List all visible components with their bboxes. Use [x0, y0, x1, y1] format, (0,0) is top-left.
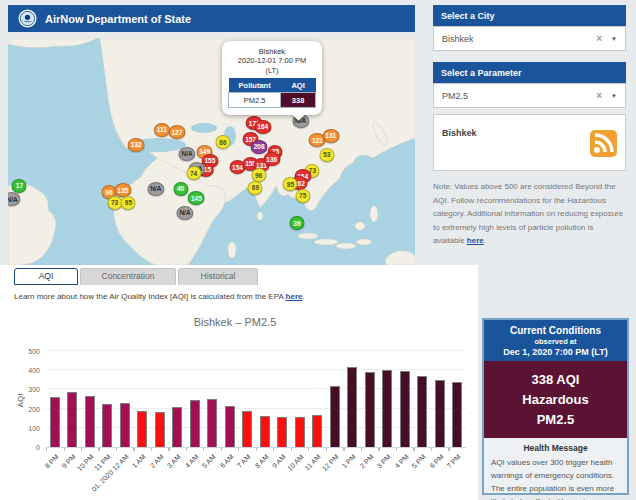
city-feed-box: Bishkek	[433, 114, 626, 171]
chart-bar[interactable]	[347, 367, 357, 447]
tab-historical[interactable]: Historical	[178, 268, 258, 285]
select-city-header: Select a City	[433, 5, 626, 26]
aqi-map-marker[interactable]: 131	[322, 129, 339, 143]
state-department-seal-icon	[18, 9, 37, 28]
note-text: Note: Values above 500 are considered Be…	[433, 182, 623, 245]
chart-bar[interactable]	[190, 400, 200, 447]
popup-aqi-header: AQI	[281, 78, 316, 93]
parameter-dropdown-caret-icon[interactable]: ▼	[611, 93, 617, 99]
chart-plot-area: 01002003004005008 PM9 PM10 PM11 PM01, 20…	[46, 352, 466, 448]
chart-bar[interactable]	[365, 372, 375, 447]
chart-bar[interactable]	[172, 407, 182, 447]
beyond-aqi-note: Note: Values above 500 are considered Be…	[433, 180, 626, 248]
aqi-map-marker[interactable]: 39	[289, 216, 304, 230]
chart-bar[interactable]	[452, 382, 462, 447]
airnow-page: AirNow Department of State	[0, 0, 636, 500]
chart-bar[interactable]	[225, 406, 235, 447]
current-conditions-title: Current Conditions	[486, 325, 625, 336]
aqi-map-marker[interactable]: 86	[215, 135, 230, 149]
aqi-map-marker[interactable]: 132	[128, 138, 145, 152]
tab-bar: AQI Concentration Historical	[0, 265, 478, 285]
aqi-map-marker[interactable]: N/A	[147, 182, 164, 196]
current-aqi-category: Hazardous	[484, 390, 627, 410]
aqi-map-marker[interactable]: 127	[168, 125, 185, 139]
learn-more-text: Learn more about how the Air Quality Ind…	[14, 292, 478, 301]
chart-bar[interactable]	[312, 415, 322, 447]
aqi-map-marker[interactable]: N/A	[176, 206, 193, 220]
health-message-block: Health Message AQI values over 300 trigg…	[484, 438, 627, 500]
chart-bar[interactable]	[120, 403, 130, 447]
aqi-map-marker[interactable]: 208	[251, 140, 268, 154]
chart-bar[interactable]	[260, 416, 270, 447]
chart-bar[interactable]	[400, 371, 410, 447]
chart-bar[interactable]	[277, 417, 287, 447]
health-message-text: AQI values over 300 trigger health warni…	[491, 457, 620, 500]
tab-aqi[interactable]: AQI	[14, 268, 78, 285]
note-here-link[interactable]: here	[467, 236, 484, 245]
current-aqi-block: 338 AQI Hazardous PM2.5	[484, 361, 627, 438]
parameter-select[interactable]: PM2.5 × ▼	[433, 83, 626, 108]
aqi-map-marker[interactable]: N/A	[178, 147, 195, 161]
aqi-map-marker[interactable]: 75	[295, 189, 310, 203]
aqi-map-marker[interactable]: 136	[263, 152, 280, 166]
current-conditions-header: Current Conditions observed at Dec 1, 20…	[484, 320, 627, 361]
y-tick-label: 200	[4, 406, 40, 413]
note-suffix: .	[484, 236, 486, 245]
gridline	[46, 369, 466, 370]
chart-bar[interactable]	[435, 380, 445, 447]
aqi-map-marker[interactable]: N/A	[8, 192, 21, 206]
chart-bar[interactable]	[382, 370, 392, 447]
epa-here-link[interactable]: here	[286, 292, 303, 301]
city-select-value: Bishkek	[442, 34, 596, 44]
aqi-map-marker[interactable]: 95	[283, 177, 298, 191]
chart-bar[interactable]	[50, 397, 60, 447]
chart-bar[interactable]	[102, 404, 112, 447]
aqi-map-marker[interactable]: 69	[248, 181, 263, 195]
tab-concentration[interactable]: Concentration	[80, 268, 176, 285]
aqi-map-marker[interactable]: 74	[186, 166, 201, 180]
popup-aqi-table: Pollutant AQI PM2.5 338	[228, 78, 316, 108]
aqi-map-marker[interactable]: 40	[173, 182, 188, 196]
aqi-map-marker[interactable]: 73	[107, 196, 122, 210]
map-popup: Bishkek 2020-12-01 7:00 PM (LT) Pollutan…	[222, 41, 322, 115]
observed-datetime: Dec 1, 2020 7:00 PM (LT)	[486, 347, 625, 357]
chart-bar[interactable]	[85, 396, 95, 447]
aqi-bar-chart: Bishkek – PM2.5 AQI 01002003004005008 PM…	[0, 316, 470, 500]
aqi-map-marker[interactable]: 111	[154, 123, 170, 137]
chart-bar[interactable]	[295, 417, 305, 447]
city-select[interactable]: Bishkek × ▼	[433, 26, 626, 51]
aqi-map-marker[interactable]: 95	[121, 196, 136, 210]
current-aqi-pollutant: PM2.5	[484, 410, 627, 430]
app-title: AirNow Department of State	[45, 13, 191, 25]
chart-bar[interactable]	[137, 411, 147, 447]
y-tick-label: 400	[4, 367, 40, 374]
chart-bar[interactable]	[207, 399, 217, 447]
aqi-map-marker[interactable]: 53	[319, 148, 334, 162]
world-aqi-map[interactable]: 17N/A132111127901357395N/AN/AN/A14915511…	[8, 38, 415, 265]
chart-bar[interactable]	[242, 411, 252, 447]
app-header: AirNow Department of State	[8, 5, 415, 32]
city-dropdown-caret-icon[interactable]: ▼	[611, 36, 617, 42]
current-conditions-panel: Current Conditions observed at Dec 1, 20…	[482, 318, 629, 495]
select-city-panel: Select a City Bishkek × ▼	[433, 5, 626, 51]
learn-more-suffix: .	[302, 292, 304, 301]
aqi-map-marker[interactable]: 164	[254, 120, 271, 134]
chart-title: Bishkek – PM2.5	[0, 316, 470, 328]
rss-feed-icon[interactable]	[590, 130, 617, 157]
chart-bar[interactable]	[67, 392, 77, 447]
parameter-select-value: PM2.5	[442, 91, 596, 101]
gridline	[46, 350, 466, 351]
chart-bar[interactable]	[417, 376, 427, 447]
y-tick-label: 300	[4, 386, 40, 393]
current-aqi-value: 338 AQI	[484, 370, 627, 390]
popup-pollutant-value: PM2.5	[229, 93, 281, 108]
parameter-clear-icon[interactable]: ×	[596, 90, 602, 101]
learn-more-prefix: Learn more about how the Air Quality Ind…	[14, 292, 283, 301]
aqi-map-marker[interactable]: 17	[12, 179, 27, 193]
chart-bar[interactable]	[330, 386, 340, 447]
city-clear-icon[interactable]: ×	[596, 33, 602, 44]
aqi-map-marker[interactable]: 145	[188, 191, 205, 205]
chart-bar[interactable]	[155, 412, 165, 447]
feed-city-label: Bishkek	[442, 128, 477, 138]
popup-datetime: 2020-12-01 7:00 PM	[228, 56, 316, 65]
